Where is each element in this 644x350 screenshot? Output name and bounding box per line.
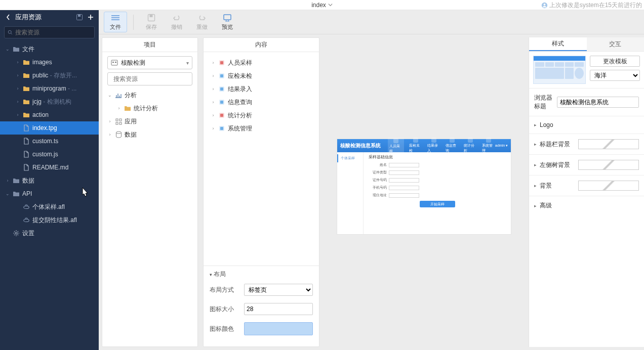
project-item[interactable]: ›数据 [104, 128, 195, 141]
project-item[interactable]: ›统计分析 [104, 102, 195, 115]
svg-point-5 [24, 206, 29, 208]
svg-point-1 [543, 4, 545, 6]
tab-style[interactable]: 样式 [529, 37, 587, 51]
content-item[interactable]: ›统计分析 [206, 109, 317, 122]
svg-point-4 [8, 30, 11, 33]
tree-item[interactable]: 设置 [0, 227, 99, 240]
content-item[interactable]: ›信息查询 [206, 96, 317, 109]
props-section[interactable]: ▸背景 [529, 175, 644, 196]
back-button[interactable] [4, 13, 12, 21]
project-search-input[interactable] [113, 75, 189, 82]
svg-rect-12 [112, 62, 114, 63]
search-icon [8, 29, 13, 35]
tree-item[interactable]: ›images [0, 56, 99, 69]
tree-item[interactable]: ›miniprogram - ... [0, 82, 99, 95]
toolbar-redo[interactable]: 重做 [190, 12, 214, 32]
user-icon [541, 2, 548, 9]
project-search[interactable] [107, 72, 192, 85]
tree-item[interactable]: ⌄文件 [0, 42, 99, 56]
svg-point-7 [15, 232, 17, 234]
svg-point-19 [116, 132, 121, 134]
sidebar-search-input[interactable] [15, 29, 91, 36]
props-section[interactable]: ▸左侧树背景 [529, 154, 644, 175]
app-icon [111, 60, 118, 66]
props-section[interactable]: ▸Logo [529, 116, 644, 134]
toolbar-file[interactable]: 文件 [104, 12, 127, 32]
color-swatch[interactable] [578, 139, 639, 149]
toolbar-preview[interactable]: 预览 [216, 12, 239, 32]
svg-rect-16 [119, 119, 122, 121]
page-preview: 核酸检测信息系统 人员采样应检未检结果录入信息查询统计分析系统管理 admin … [337, 139, 511, 235]
toolbar: 文件 保存 撤销 重做 预览 [99, 10, 644, 34]
layout-mode-select[interactable]: 标签页 [244, 284, 313, 296]
content-panel: 内容 ›人员采样›应检未检›结果录入›信息查询›统计分析›系统管理 布局 布局方… [203, 37, 319, 347]
save-icon[interactable] [75, 13, 84, 21]
content-item[interactable]: ›系统管理 [206, 122, 317, 135]
svg-rect-18 [119, 122, 122, 124]
add-button[interactable] [87, 13, 95, 21]
props-section[interactable]: ▸高级 [529, 196, 644, 215]
project-select[interactable]: 核酸检测 ▾ [107, 56, 192, 69]
svg-rect-10 [224, 15, 231, 20]
sidebar-tree: ⌄文件›images›public - 存放开...›miniprogram -… [0, 40, 99, 350]
change-template-button[interactable]: 更改模板 [590, 56, 640, 67]
svg-rect-15 [116, 119, 118, 121]
toolbar-undo[interactable]: 撤销 [165, 12, 188, 32]
svg-rect-31 [220, 127, 223, 130]
tree-item[interactable]: ⌄API [0, 187, 99, 200]
svg-rect-21 [220, 61, 223, 64]
svg-rect-25 [220, 88, 223, 91]
svg-rect-17 [116, 122, 118, 124]
browser-title-input[interactable] [557, 97, 639, 108]
document-title-text: index [311, 2, 326, 9]
content-item[interactable]: ›人员采样 [206, 56, 317, 69]
svg-rect-9 [150, 15, 153, 17]
svg-rect-3 [78, 15, 80, 17]
svg-point-6 [24, 219, 29, 222]
svg-rect-27 [220, 101, 223, 104]
document-title[interactable]: index [311, 2, 333, 9]
project-header: 项目 [102, 38, 197, 52]
color-swatch[interactable] [578, 160, 639, 170]
tree-item[interactable]: ›action [0, 108, 99, 121]
toolbar-save[interactable]: 保存 [140, 12, 163, 32]
theme-select[interactable]: 海洋 [590, 70, 640, 81]
project-item[interactable]: ⌄分析 [104, 89, 195, 102]
tab-interact[interactable]: 交互 [587, 37, 645, 51]
tree-item[interactable]: ›jcjg - 检测机构 [0, 95, 99, 108]
sidebar: 应用资源 ⌄文件›images›public - 存放开...›miniprog… [0, 10, 99, 350]
content-header: 内容 [204, 38, 319, 52]
content-item[interactable]: ›结果录入 [206, 82, 317, 96]
project-item[interactable]: ›应用 [104, 115, 195, 128]
tree-item[interactable]: ›public - 存放开... [0, 69, 99, 82]
color-swatch[interactable] [578, 181, 639, 191]
icon-size-input[interactable] [244, 303, 313, 315]
tree-item[interactable]: index.tpg [0, 121, 99, 135]
tree-item[interactable]: custom.js [0, 148, 99, 161]
content-item[interactable]: ›应检未检 [206, 69, 317, 82]
sidebar-search[interactable] [4, 26, 95, 38]
svg-rect-29 [220, 114, 223, 117]
properties-panel: 样式 交互 更改模板 海洋 浏览器 [529, 37, 644, 347]
tree-item[interactable]: README.md [0, 161, 99, 174]
tree-item[interactable]: ›数据 [0, 174, 99, 187]
svg-rect-11 [111, 60, 117, 65]
svg-rect-13 [115, 62, 116, 63]
theme-thumbnail [533, 56, 586, 84]
sidebar-title: 应用资源 [15, 13, 72, 22]
svg-rect-23 [220, 74, 223, 77]
icon-color-picker[interactable] [244, 322, 313, 335]
layout-section-header[interactable]: 布局 [210, 270, 313, 279]
tree-item[interactable]: 个体采样.afl [0, 200, 99, 213]
chevron-down-icon: ▾ [186, 60, 189, 66]
tree-item[interactable]: custom.ts [0, 135, 99, 148]
project-panel: 项目 核酸检测 ▾ ⌄分析›统计分析›应用›数据 [102, 37, 198, 347]
last-modified-status: 上次修改是system在15天前进行的 [541, 1, 642, 10]
chevron-down-icon [328, 3, 333, 7]
props-section[interactable]: ▸标题栏背景 [529, 134, 644, 154]
tree-item[interactable]: 提交阴性结果.afl [0, 213, 99, 227]
